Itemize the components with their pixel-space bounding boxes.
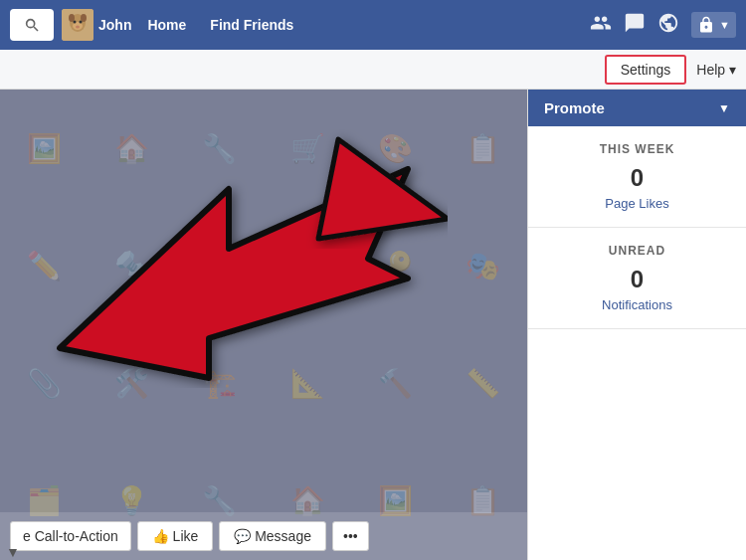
cta-button[interactable]: e Call-to-Action <box>10 521 131 551</box>
more-button[interactable]: ••• <box>332 521 369 551</box>
cover-background: 🖼️ 🏠 🔧 🛒 🎨 📋 ✏️ 🔩 🖌️ 📦 🔑 🎭 📎 🛠️ 🏗️ 📐 🔨 📏 <box>0 90 527 560</box>
page-likes-count: 0 <box>544 164 730 192</box>
nav-find-friends[interactable]: Find Friends <box>210 17 293 33</box>
action-buttons: e Call-to-Action 👍 Like 💬 Message ••• <box>10 521 517 551</box>
svg-marker-11 <box>318 139 448 239</box>
friends-icon[interactable] <box>590 12 612 39</box>
like-button[interactable]: 👍 Like <box>137 521 214 551</box>
notifications-link[interactable]: Notifications <box>544 297 730 312</box>
globe-icon[interactable] <box>657 12 679 39</box>
right-sidebar: Promote ▼ THIS WEEK 0 Page Likes UNREAD … <box>527 90 746 560</box>
svg-point-5 <box>81 14 87 22</box>
promote-button[interactable]: Promote ▼ <box>528 90 746 126</box>
red-arrow <box>30 109 448 388</box>
unread-section: UNREAD 0 Notifications <box>528 228 746 329</box>
svg-point-4 <box>69 14 75 22</box>
promote-chevron: ▼ <box>718 101 730 115</box>
promote-label: Promote <box>544 99 605 116</box>
wm-18: 📏 <box>440 325 527 443</box>
svg-point-8 <box>80 21 83 24</box>
messages-icon[interactable] <box>624 12 646 39</box>
wm-12: 🎭 <box>440 207 527 324</box>
dropdown-chevron: ▼ <box>719 19 730 31</box>
cover-area: 🖼️ 🏠 🔧 🛒 🎨 📋 ✏️ 🔩 🖌️ 📦 🔑 🎭 📎 🛠️ 🏗️ 📐 🔨 📏 <box>0 90 527 560</box>
svg-point-9 <box>76 26 80 29</box>
help-button[interactable]: Help ▾ <box>696 62 736 78</box>
this-week-label: THIS WEEK <box>544 142 730 156</box>
bottom-chevron[interactable]: ▼ <box>6 544 20 560</box>
message-button[interactable]: 💬 Message <box>219 521 326 551</box>
action-bar: e Call-to-Action 👍 Like 💬 Message ••• <box>0 512 527 560</box>
svg-point-7 <box>74 21 77 24</box>
top-navigation: John Home Find Friends ▼ <box>0 0 746 50</box>
notifications-count: 0 <box>544 266 730 293</box>
this-week-section: THIS WEEK 0 Page Likes <box>528 126 746 228</box>
page-likes-link[interactable]: Page Likes <box>544 196 730 211</box>
wm-6: 📋 <box>440 90 527 207</box>
settings-bar: Settings Help ▾ <box>0 50 746 90</box>
user-name[interactable]: John <box>98 17 131 33</box>
search-icon <box>24 17 40 33</box>
nav-user[interactable]: John <box>62 9 131 41</box>
search-box[interactable] <box>10 9 54 41</box>
nav-home[interactable]: Home <box>147 17 186 33</box>
svg-line-1 <box>34 27 38 31</box>
unread-label: UNREAD <box>544 244 730 258</box>
arrow-overlay <box>30 109 408 388</box>
nav-icon-group: ▼ <box>590 12 736 39</box>
settings-button[interactable]: Settings <box>605 55 687 85</box>
avatar <box>62 9 93 41</box>
svg-point-0 <box>27 20 35 28</box>
lock-dropdown[interactable]: ▼ <box>691 12 736 38</box>
main-content: 🖼️ 🏠 🔧 🛒 🎨 📋 ✏️ 🔩 🖌️ 📦 🔑 🎭 📎 🛠️ 🏗️ 📐 🔨 📏 <box>0 90 746 560</box>
